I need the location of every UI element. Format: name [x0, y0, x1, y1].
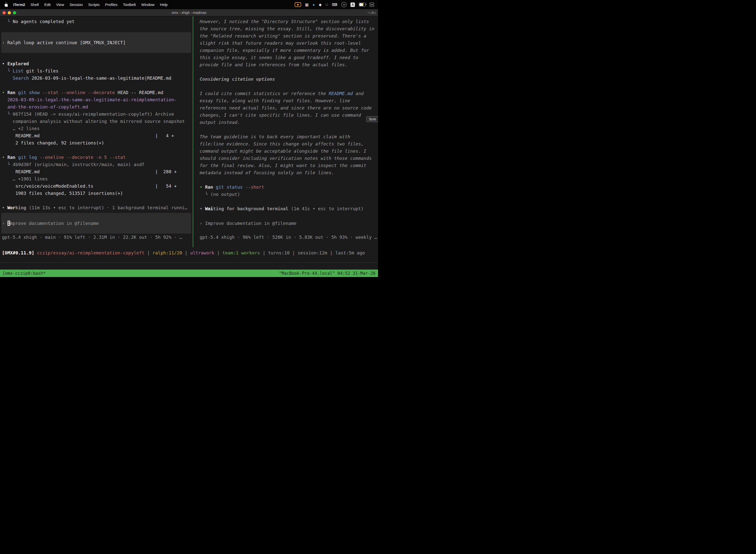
terminal-line: … +1901 lines — [2, 175, 193, 182]
menu-items: ShellEditViewSessionScriptsProfilesToolb… — [30, 2, 168, 7]
terminal-line: 2 files changed, 92 insertions(+) — [2, 139, 193, 147]
screen-tooltip: Scre — [366, 116, 378, 122]
terminal-line: • Ran git status --short — [200, 183, 376, 190]
grid-icon[interactable]: ▦ — [305, 3, 309, 6]
menu-app-name[interactable]: iTerm2 — [13, 2, 25, 7]
terminal-line: README.md | 4 + — [2, 132, 193, 139]
reasoning-heading: Considering citation options — [200, 75, 376, 82]
git-status-block: • Ran git status --short └ (no output) — [200, 183, 376, 198]
menu-item-toolbelt[interactable]: Toolbelt — [123, 2, 136, 7]
right-pane[interactable]: However, I noticed the "Directory Struct… — [193, 16, 378, 247]
terminal-line: └ List git ls-files — [2, 67, 193, 74]
terminal-line: • Explored — [2, 60, 193, 67]
toggle-pill — [370, 5, 374, 7]
zoom-button[interactable] — [13, 11, 16, 14]
terminal-line: I could cite commit statistics or refere… — [200, 90, 376, 126]
terminal-line: companion analysis without altering the … — [2, 118, 193, 125]
window-controls — [0, 11, 16, 14]
waiting-status: • Waiting for background terminal (1m 41… — [200, 205, 376, 212]
terminal-line: and-the-erosion-of-copyleft.md — [2, 103, 193, 110]
terminal-line: Considering citation options — [200, 75, 376, 82]
menu-item-view[interactable]: View — [56, 2, 64, 7]
omx-status-bar: [OMX#0.11.9] cczip/essay/ai-reimplementa… — [0, 247, 378, 258]
window-title: omx --xhigh --madmax — [0, 11, 378, 15]
terminal-window: └ No agents completed yet › Ralph loop a… — [0, 16, 378, 247]
toggle-pill — [370, 3, 374, 4]
menu-item-profiles[interactable]: Profiles — [105, 2, 118, 7]
terminal-line: › Improve documentation in @filename — [200, 220, 376, 227]
git-log-block: • Ran git log --oneline --decorate -n 5 … — [2, 154, 193, 197]
menu-bar: iTerm2 ShellEditViewSessionScriptsProfil… — [0, 0, 378, 9]
terminal-line: gpt-5.4 xhigh · 96% left · 520K in · 5.8… — [200, 233, 376, 241]
terminal-line: • Working (11m 13s • esc to interrupt) ·… — [2, 204, 193, 211]
terminal-line: 1903 files changed, 513517 insertions(+) — [2, 189, 193, 197]
diamond-icon[interactable]: ◆ — [319, 3, 322, 6]
tmux-status-bar: [omx-cczip0:bash* "MacBook-Pro-44.local"… — [0, 270, 378, 277]
separator-line — [0, 263, 378, 263]
agents-status: └ No agents completed yet — [2, 18, 193, 25]
recording-dot-icon — [297, 4, 299, 5]
counter-badge-icon[interactable]: .61 — [341, 2, 346, 7]
model-status-line: gpt-5.4 xhigh · 96% left · 520K in · 5.8… — [200, 233, 376, 241]
charging-bolt-icon: ⚡ — [361, 3, 364, 6]
menu-status-icons: ▦ ● ◆ ∷ ⌨ .61 A ⚡ — [295, 2, 374, 7]
control-center-icon[interactable] — [370, 3, 374, 7]
window-shortcut-badge: ⌥⌘1 — [367, 11, 378, 15]
model-status-line: gpt-5.4 xhigh · main · 91% left · 2.31M … — [2, 233, 193, 241]
ralph-loop-notice: › Ralph loop active continue [OMX_TMUX_I… — [1, 32, 191, 53]
terminal-line: Search 2026-03-09-is-legal-the-same-as-l… — [2, 74, 193, 82]
tooltip-text: Scre — [369, 117, 376, 121]
reasoning-paragraph: However, I noticed the "Directory Struct… — [200, 18, 376, 68]
terminal-line: The team guideline is to back every impo… — [200, 133, 376, 176]
drop-icon[interactable]: ● — [313, 3, 315, 6]
explored-block: • Explored └ List git ls-files Search 20… — [2, 60, 193, 82]
terminal-line: [OMX#0.11.9] cczip/essay/ai-reimplementa… — [2, 249, 365, 257]
terminal-line: • Ran git show --stat --oneline --decora… — [2, 89, 193, 96]
terminal-line: … +2 lines — [2, 125, 193, 132]
menu-item-scripts[interactable]: Scripts — [88, 2, 100, 7]
battery-icon[interactable]: ⚡ — [359, 3, 366, 6]
tmux-session-label: [omx-cczip0:bash* — [2, 271, 46, 276]
left-pane[interactable]: └ No agents completed yet › Ralph loop a… — [0, 16, 193, 247]
bottom-gap — [0, 258, 378, 270]
menu-item-help[interactable]: Help — [160, 2, 168, 7]
terminal-line: src/voice/voiceModeEnabled.ts | 54 + — [2, 182, 193, 189]
tmux-host-clock: "MacBook-Pro-44.local" 04:52 31-Mar-26 — [279, 271, 376, 276]
input-source-icon[interactable]: A — [351, 2, 355, 7]
apple-menu-icon[interactable] — [4, 2, 8, 7]
terminal-line: └ 4b9d30f (origin/main, instructkr/main,… — [2, 161, 193, 168]
apps-grid-icon[interactable]: ∷ — [326, 3, 328, 6]
prompt-input[interactable]: › Improve documentation in @filename — [1, 213, 191, 233]
minimize-button[interactable] — [8, 11, 11, 14]
terminal-line: › Improve documentation in @filename — [2, 220, 190, 227]
keyboard-icon[interactable]: ⌨ — [332, 3, 337, 6]
terminal-line: └ (no output) — [200, 190, 376, 198]
window-title-bar[interactable]: omx --xhigh --madmax ⌥⌘1 — [0, 9, 378, 16]
prompt-input[interactable]: › Improve documentation in @filename — [200, 213, 376, 233]
terminal-line: README.md | 280 + — [2, 168, 193, 175]
git-show-block: • Ran git show --stat --oneline --decora… — [2, 89, 193, 147]
terminal-line: • Waiting for background terminal (1m 41… — [200, 205, 376, 212]
terminal-line: However, I noticed the "Directory Struct… — [200, 18, 376, 68]
menu-item-session[interactable]: Session — [70, 2, 83, 7]
terminal-line: • Ran git log --oneline --decorate -n 5 … — [2, 154, 193, 161]
battery-cap — [366, 4, 366, 5]
terminal-line: › Ralph loop active continue [OMX_TMUX_I… — [2, 39, 190, 46]
reasoning-paragraph: I could cite commit statistics or refere… — [200, 90, 376, 126]
close-button[interactable] — [2, 11, 6, 14]
menu-item-edit[interactable]: Edit — [44, 2, 51, 7]
working-status: • Working (11m 13s • esc to interrupt) ·… — [2, 204, 193, 211]
terminal-line: └ 067f154 (HEAD -> essay/ai-reimplementa… — [2, 110, 193, 118]
terminal-line: gpt-5.4 xhigh · main · 91% left · 2.31M … — [2, 233, 193, 241]
menu-item-window[interactable]: Window — [141, 2, 154, 7]
terminal-line: 2026-03-09-is-legal-the-same-as-legitima… — [2, 96, 193, 103]
reasoning-paragraph: The team guideline is to back every impo… — [200, 133, 376, 176]
screen-recording-indicator-icon[interactable] — [295, 2, 301, 7]
menu-item-shell[interactable]: Shell — [30, 2, 39, 7]
terminal-line: └ No agents completed yet — [2, 18, 193, 25]
